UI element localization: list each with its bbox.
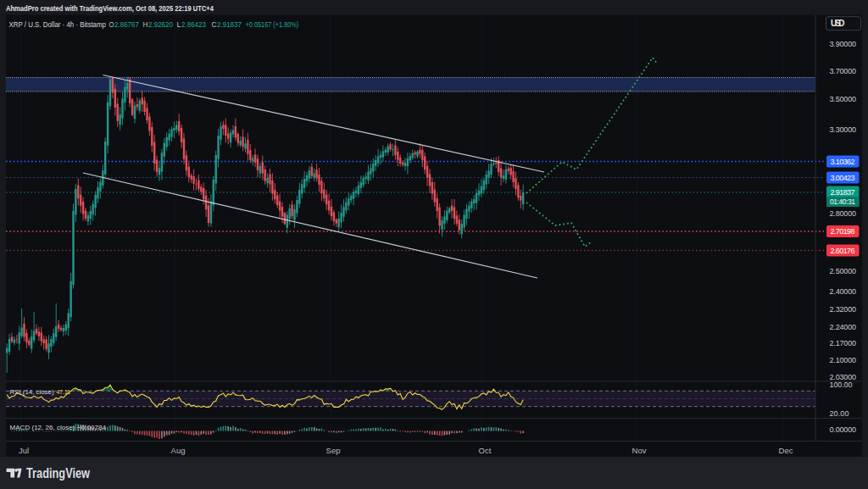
svg-text:L: L bbox=[177, 20, 181, 29]
svg-text:2.32000: 2.32000 bbox=[830, 305, 857, 314]
svg-text:3.70000: 3.70000 bbox=[830, 67, 857, 75]
svg-text:47.11: 47.11 bbox=[57, 388, 71, 396]
svg-text:2.80000: 2.80000 bbox=[830, 209, 857, 218]
svg-text:O: O bbox=[109, 20, 114, 29]
svg-text:2.86767: 2.86767 bbox=[114, 20, 139, 29]
svg-text:Jul: Jul bbox=[19, 446, 29, 455]
svg-text:3.90000: 3.90000 bbox=[830, 40, 857, 48]
svg-text:3.50000: 3.50000 bbox=[830, 95, 857, 103]
svg-text:2.70198: 2.70198 bbox=[831, 227, 855, 236]
svg-text:3.00423: 3.00423 bbox=[831, 174, 855, 182]
svg-text:AhmadPro created with TradingV: AhmadPro created with TradingView.com, O… bbox=[6, 3, 214, 13]
svg-text:Sep: Sep bbox=[326, 446, 341, 455]
svg-text:MACD (12, 26, close): MACD (12, 26, close) bbox=[10, 424, 75, 431]
svg-text:20.00: 20.00 bbox=[830, 409, 849, 418]
svg-text:0.00000: 0.00000 bbox=[830, 425, 857, 434]
svg-text:XRP / U.S. Dollar · 4h · Bitst: XRP / U.S. Dollar · 4h · Bitstamp bbox=[9, 20, 107, 29]
svg-text:−0.00784: −0.00784 bbox=[77, 424, 107, 431]
svg-text:2.17000: 2.17000 bbox=[830, 339, 857, 347]
svg-text:2.91837: 2.91837 bbox=[831, 188, 855, 197]
svg-text:C: C bbox=[212, 20, 217, 29]
svg-text:2.50000: 2.50000 bbox=[830, 267, 857, 275]
svg-text:+0.05167 (+1.80%): +0.05167 (+1.80%) bbox=[246, 20, 299, 29]
svg-text:2.10000: 2.10000 bbox=[830, 356, 857, 364]
svg-text:3.10362: 3.10362 bbox=[831, 158, 855, 166]
svg-text:Dec: Dec bbox=[779, 446, 793, 455]
svg-text:H: H bbox=[143, 20, 148, 29]
svg-text:01:40:31: 01:40:31 bbox=[830, 197, 855, 206]
svg-text:2.40000: 2.40000 bbox=[830, 287, 857, 296]
svg-text:2.92620: 2.92620 bbox=[148, 20, 173, 29]
svg-text:TradingView: TradingView bbox=[26, 466, 90, 481]
svg-text:USD: USD bbox=[831, 19, 845, 28]
svg-text:100.00: 100.00 bbox=[830, 381, 853, 389]
svg-text:Aug: Aug bbox=[171, 446, 186, 455]
svg-text:Nov: Nov bbox=[632, 446, 647, 455]
svg-text:2.91837: 2.91837 bbox=[217, 20, 242, 29]
svg-text:2.86423: 2.86423 bbox=[181, 20, 206, 29]
svg-text:2.24000: 2.24000 bbox=[830, 323, 857, 331]
svg-text:2.60176: 2.60176 bbox=[831, 247, 855, 255]
svg-text:3.30000: 3.30000 bbox=[830, 125, 857, 134]
svg-text:Oct: Oct bbox=[479, 446, 492, 455]
svg-text:RSI (14, close): RSI (14, close) bbox=[10, 388, 54, 396]
